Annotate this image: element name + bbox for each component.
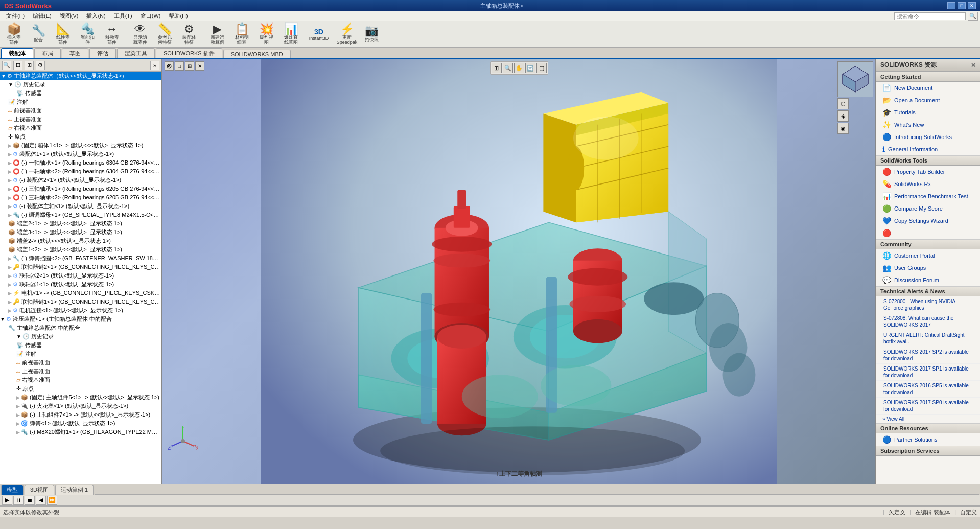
prev-btn[interactable]: ◀ [36, 496, 46, 505]
menu-window[interactable]: 窗口(W) [136, 12, 165, 20]
link-intro-solidworks[interactable]: 🔵 Introducing SolidWorks [876, 131, 980, 143]
news-item-3[interactable]: URGENT ALERT: Critical DraftSight hotfix… [876, 330, 980, 347]
play-btn[interactable]: ▶ [2, 496, 12, 505]
tree-more-btn[interactable]: » [150, 61, 159, 70]
link-whats-new[interactable]: ✨ What's New [876, 119, 980, 131]
toolbar-instant3d[interactable]: 3D Instant3D [307, 22, 331, 46]
view-orient-2-btn[interactable]: ◈ [837, 110, 849, 122]
tree-right-plane[interactable]: ▱ 右视基准面 [0, 124, 161, 132]
news-item-5[interactable]: SOLIDWORKS 2017 SP1 is available for dow… [876, 364, 980, 381]
tree-sub-sensor[interactable]: 📡 传感器 [0, 341, 161, 350]
link-user-groups[interactable]: 👥 User Groups [876, 262, 980, 274]
toolbar-update-speedpak[interactable]: ⚡ 更新Speedpak [335, 22, 359, 46]
view-tab-model[interactable]: 模型 [1, 485, 24, 495]
pan-btn[interactable]: ✋ [514, 63, 524, 73]
tree-sparkplug[interactable]: ▶ 🔌 (-) 火花塞<1> (默认<默认_显示状态-1>) [0, 402, 161, 410]
tree-endcap2[interactable]: 📦 端盖3<1> -> (默认<<<默认>_显示状态 1>) [0, 228, 161, 237]
view-orient-1-btn[interactable]: ⬡ [837, 98, 849, 109]
tree-options-btn[interactable]: ⚙ [36, 61, 45, 70]
close-button[interactable]: ✕ [968, 2, 976, 9]
view-orient-3-btn[interactable]: ◉ [837, 123, 849, 134]
tree-sensor[interactable]: 📡 传感器 [0, 89, 161, 98]
menu-view[interactable]: 视图(V) [56, 12, 83, 20]
view-select-btn[interactable]: ▢ [536, 63, 547, 73]
view-tab-3d[interactable]: 3D视图 [25, 485, 54, 495]
tree-sub-origin[interactable]: ✛ 原点 [0, 384, 161, 393]
menu-help[interactable]: 帮助(H) [165, 12, 192, 20]
toolbar-assembly-feature[interactable]: ⚙ 装配体特征 [177, 22, 201, 46]
link-tutorials[interactable]: 🎓 Tutorials [876, 106, 980, 119]
link-extra-tool[interactable]: 🔴 [876, 227, 980, 239]
tree-top-plane[interactable]: ▱ 上视基准面 [0, 115, 161, 124]
tree-sub-history[interactable]: ▼ 🕒 历史记录 [0, 332, 161, 341]
tree-sub-annotations[interactable]: 📝 注解 [0, 350, 161, 358]
tree-coupling1[interactable]: ▶ ⚙ 联轴器1<1> (默认<默认_显示状态-1>) [0, 280, 161, 289]
view-all-link[interactable]: » View All [876, 415, 980, 423]
link-performance-benchmark[interactable]: 📊 Performance Benchmark Test [876, 190, 980, 202]
tab-evaluate[interactable]: 评估 [89, 48, 116, 58]
tree-endcap1[interactable]: 📦 端盖2<1> -> (默认<<<默认>_显示状态 1>) [0, 219, 161, 228]
tree-spindle7[interactable]: ▶ 📦 (-) 主轴组件7<1> -> (默认<<默认>_显示状态-1>) [0, 410, 161, 419]
tree-sub-top-plane[interactable]: ▱ 上视基准面 [0, 367, 161, 376]
minimize-button[interactable]: _ [947, 2, 955, 9]
link-property-tab-builder[interactable]: 🔴 Property Tab Builder [876, 166, 980, 178]
link-new-document[interactable]: 📄 New Document [876, 82, 980, 94]
menu-insert[interactable]: 插入(N) [82, 12, 109, 20]
toolbar-snapshot[interactable]: 📷 拍快照 [360, 22, 383, 46]
link-customer-portal[interactable]: 🌐 Customer Portal [876, 249, 980, 262]
tab-render-tools[interactable]: 渲染工具 [117, 48, 155, 58]
news-item-4[interactable]: SOLIDWORKS 2017 SP2 is available for dow… [876, 347, 980, 364]
tree-filter-btn[interactable]: 🔍 [2, 61, 11, 70]
view-tab-motion[interactable]: 运动算例 1 [55, 485, 94, 495]
tab-sketch[interactable]: 草图 [62, 48, 88, 58]
tree-assembly1[interactable]: ▶ ⚙ 装配体1<1> (默认<默认_显示状态-1>) [0, 150, 161, 158]
tree-endcap3[interactable]: 📦 端盖2-> (默认<<<默认>_显示状态 1>) [0, 237, 161, 245]
link-compare-score[interactable]: 🟢 Compare My Score [876, 202, 980, 215]
toolbar-show-hide[interactable]: 👁 显示隐藏零件 [128, 22, 152, 46]
tree-motor[interactable]: ▶ ⚡ 电机<1> -> (GB_CONNECTING_PIECE_KEYS_C… [0, 289, 161, 297]
toolbar-bom[interactable]: 📋 材料明细表 [230, 22, 253, 46]
tree-bolt[interactable]: ▶ 🔩 (-) M8X20螺钉1<1> (GB_HEXAGON_TYPE22 M… [0, 428, 161, 436]
news-item-2[interactable]: S-072808: What can cause the SOLIDWORKS … [876, 313, 980, 330]
tab-sw-mbd[interactable]: SOLIDWORKS MBD [223, 50, 291, 58]
tree-assembly2[interactable]: ▶ ⚙ (-) 装配体2<1> (默认<默认_显示状态-1>) [0, 176, 161, 185]
menu-edit[interactable]: 编辑(E) [29, 12, 56, 20]
search-input[interactable] [894, 12, 966, 20]
zoom-in-btn[interactable]: 🔍 [503, 63, 513, 73]
menu-file[interactable]: 文件(F) [2, 12, 29, 20]
pause-btn[interactable]: ⏸ [13, 496, 24, 505]
tree-endcap4[interactable]: 📦 端盖1<2> -> (默认<<<默认>_显示状态 1>) [0, 245, 161, 254]
3d-viewport[interactable]: ◎ □ ⊞ ✕ ⊞ 🔍 ✋ 🔄 ▢ ⬡ ◈ ◉ [162, 59, 875, 484]
rotate-btn[interactable]: 🔄 [525, 63, 535, 73]
view-maximize-btn[interactable]: ⊞ [185, 61, 194, 71]
search-button[interactable]: 🔍 [968, 12, 978, 21]
tree-circlip[interactable]: ▶ 🔧 (-) 弹簧挡圈<2> (GB_FASTENER_WASHER_SW 1… [0, 254, 161, 263]
toolbar-reference-geometry[interactable]: 📏 参考几何特征 [153, 22, 176, 46]
tree-spindle-assembly[interactable]: ▶ ⚙ (-) 装配体主轴<1> (默认<默认_显示状态-1>) [0, 202, 161, 211]
tree-origin[interactable]: ✛ 原点 [0, 132, 161, 141]
link-copy-settings[interactable]: 💙 Copy Settings Wizard [876, 215, 980, 227]
view-close-btn[interactable]: ✕ [195, 61, 204, 71]
link-general-info[interactable]: ℹ General Information [876, 143, 980, 155]
tree-bearing3[interactable]: ▶ ⭕ (-) 三轴轴承<1> (Rolling bearings 6205 G… [0, 185, 161, 193]
link-solidworks-rx[interactable]: 💊 SolidWorks Rx [876, 178, 980, 190]
toolbar-mate[interactable]: 🔧 配合 [27, 22, 50, 46]
tree-annotations[interactable]: 📝 注解 [0, 98, 161, 106]
tree-sub-spindle5[interactable]: ▶ 📦 (固定) 主轴组件5<1> -> (默认<<默认>_显示状态 1>) [0, 393, 161, 402]
toolbar-linear-component[interactable]: 📐 线性零部件 [51, 22, 75, 46]
tree-bearing2[interactable]: ▶ ⭕ (-) 一轴轴承<2> (Rolling bearings 6304 G… [0, 167, 161, 176]
zoom-fit-btn[interactable]: ⊞ [492, 63, 502, 73]
tab-assembly[interactable]: 装配体 [1, 48, 33, 58]
tree-sub-right-plane[interactable]: ▱ 右视基准面 [0, 376, 161, 384]
toolbar-explode-line[interactable]: 📊 爆炸直线草图 [279, 22, 302, 46]
tree-expand-btn[interactable]: ⊞ [25, 61, 34, 70]
toolbar-insert-component[interactable]: 📦 插入零部件 [2, 22, 26, 46]
tree-coupling2[interactable]: ▶ ⚙ 联轴器2<1> (默认<默认_显示状态-1>) [0, 271, 161, 280]
tree-coupling-key[interactable]: ▶ 🔑 联轴器键2<1> (GB_CONNECTING_PIECE_KEYS_C… [0, 263, 161, 271]
tree-root[interactable]: ▼ ⚙ 主轴箱总装配体（默认<<默认_显示状态-1>） [0, 72, 161, 80]
tree-front-plane[interactable]: ▱ 前视基准面 [0, 106, 161, 115]
tree-hydraulic-assembly[interactable]: ▼ ⚙ 液压装配<1> (主轴箱总装配体 中的配合 [0, 315, 161, 324]
tree-bearing1[interactable]: ▶ ⭕ (-) 一轴轴承<1> (Rolling bearings 6304 G… [0, 158, 161, 167]
tree-history[interactable]: ▼ 🕒 历史记录 [0, 80, 161, 89]
toolbar-smart-fastener[interactable]: 🔩 智能扣件 [76, 22, 99, 46]
